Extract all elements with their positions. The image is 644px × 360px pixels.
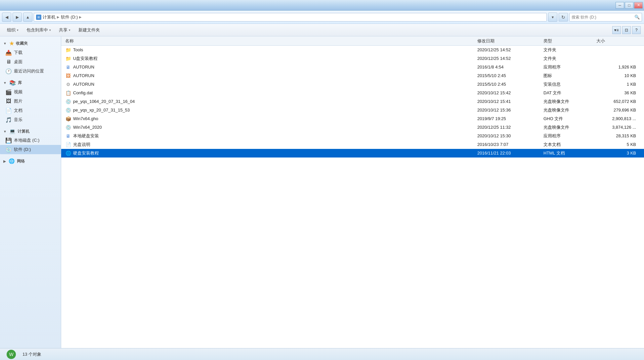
maximize-button[interactable]: □ [625,2,633,9]
network-arrow: ▶ [3,159,6,163]
file-type-icon: 📄 [65,142,71,148]
preview-button[interactable]: ⊡ [622,26,631,34]
sidebar-item-documents[interactable]: 📄 文档 [0,106,61,115]
status-count: 13 个对象 [22,351,41,357]
col-name[interactable]: 名称 [64,38,476,44]
sidebar-item-downloads[interactable]: 📥 下载 [0,48,61,57]
recent-icon: 🕐 [5,68,12,74]
table-row[interactable]: 🖥 AUTORUN 2016/1/8 4:54 应用程序 1,926 KB [61,63,644,71]
sidebar-section-computer[interactable]: ▼ 💻 计算机 [0,127,61,136]
table-row[interactable]: 📄 光盘说明 2016/10/23 7:07 文本文档 5 KB [61,140,644,149]
sidebar-section-favorites[interactable]: ▼ ★ 收藏夹 [0,39,61,48]
search-icon[interactable]: 🔍 [634,15,640,20]
file-type: 光盘映像文件 [542,99,595,105]
table-row[interactable]: ⚙ AUTORUN 2015/5/10 2:45 安装信息 1 KB [61,80,644,89]
file-size: 3,874,126 ... [595,125,641,130]
file-type: 应用程序 [542,133,595,139]
sidebar-item-recent[interactable]: 🕐 最近访问的位置 [0,67,61,76]
file-modified: 2020/12/25 14:52 [476,56,542,61]
file-type: 光盘映像文件 [542,107,595,113]
sidebar: ▼ ★ 收藏夹 📥 下载 🖥 桌面 🕐 最近访问的位置 ▼ 📚 库 🎬 视频 [0,36,61,348]
breadcrumb-arrow-1: ▶ [57,15,60,19]
table-row[interactable]: 📁 Tools 2020/12/25 14:52 文件夹 [61,46,644,54]
network-label: 网络 [17,158,25,164]
refresh-button[interactable]: ↻ [559,13,568,22]
file-type-icon: 📁 [65,56,71,62]
window-controls: ─ □ ✕ [616,2,643,9]
desktop-icon: 🖥 [5,59,12,65]
table-row[interactable]: 💿 pe_yqs_1064_20_07_31_16_04 2020/10/12 … [61,97,644,106]
file-modified: 2020/10/12 15:30 [476,133,542,138]
table-row[interactable]: 📦 Win7x64.gho 2019/9/7 19:25 GHO 文件 2,90… [61,114,644,123]
archive-button[interactable]: 包含到库中 ▾ [23,25,55,35]
file-type-icon: 💿 [65,99,71,105]
view-options-button[interactable]: ▾≡ [612,26,621,34]
file-modified: 2016/10/23 7:07 [476,142,542,147]
table-row[interactable]: 🖼 AUTORUN 2015/5/10 2:45 图标 10 KB [61,71,644,80]
sidebar-section-network[interactable]: ▶ 🌐 网络 [0,157,61,165]
close-button[interactable]: ✕ [634,2,643,9]
file-modified: 2020/12/25 14:52 [476,47,542,52]
sidebar-item-music[interactable]: 🎵 音乐 [0,115,61,124]
toolbar: 组织 ▾ 包含到库中 ▾ 共享 ▾ 新建文件夹 ▾≡ ⊡ ? [0,24,644,36]
videos-icon: 🎬 [5,89,12,95]
address-bar: ◀ ▶ ▲ ⊞ 计算机 ▶ 软件 (D:) ▶ ▾ ↻ 🔍 [0,11,644,24]
search-input[interactable] [572,15,633,20]
sidebar-item-desktop[interactable]: 🖥 桌面 [0,57,61,67]
archive-arrow: ▾ [49,28,51,32]
file-name: Tools [73,47,83,52]
new-folder-button[interactable]: 新建文件夹 [75,25,104,35]
col-modified[interactable]: 修改日期 [476,38,542,44]
breadcrumb-computer[interactable]: 计算机 [43,14,56,20]
table-row[interactable]: 🖥 本地硬盘安装 2020/10/12 15:30 应用程序 28,315 KB [61,132,644,140]
file-name: 硬盘安装教程 [73,150,99,156]
file-type-icon: 📦 [65,116,71,122]
file-size: 28,315 KB [595,133,641,138]
breadcrumb-drive[interactable]: 软件 (D:) [61,14,78,20]
file-modified: 2016/1/8 4:54 [476,65,542,69]
main-layout: ▼ ★ 收藏夹 📥 下载 🖥 桌面 🕐 最近访问的位置 ▼ 📚 库 🎬 视频 [0,36,644,348]
desktop-label: 桌面 [14,59,22,65]
col-size[interactable]: 大小 [595,38,641,44]
sidebar-item-videos[interactable]: 🎬 视频 [0,87,61,97]
music-icon: 🎵 [5,116,12,123]
breadcrumb-arrow-2: ▶ [79,15,82,19]
table-row[interactable]: 💿 pe_yqs_xp_20_07_31_15_53 2020/10/12 15… [61,106,644,114]
table-row[interactable]: 🌐 硬盘安装教程 2016/11/21 22:03 HTML 文档 3 KB [61,149,644,158]
back-button[interactable]: ◀ [2,13,11,22]
file-type-icon: 📋 [65,90,71,96]
up-button[interactable]: ▲ [23,13,32,22]
sidebar-item-drive-d[interactable]: 💿 软件 (D:) [0,145,61,154]
file-modified: 2020/10/12 15:36 [476,108,542,112]
table-row[interactable]: 📋 Config.dat 2020/10/12 15:42 DAT 文件 36 … [61,89,644,97]
file-type: 安装信息 [542,81,595,87]
file-type: GHO 文件 [542,116,595,122]
table-row[interactable]: 💿 Win7x64_2020 2020/12/25 11:32 光盘映像文件 3… [61,123,644,132]
sidebar-item-drive-c[interactable]: 💾 本地磁盘 (C:) [0,136,61,145]
file-list-body: 📁 Tools 2020/12/25 14:52 文件夹 📁 U盘安装教程 20… [61,46,644,348]
forward-button[interactable]: ▶ [13,13,22,22]
help-button[interactable]: ? [632,26,641,34]
file-modified: 2020/10/12 15:42 [476,90,542,95]
col-type[interactable]: 类型 [542,38,595,44]
file-type-icon: 🖥 [65,64,71,70]
organize-arrow: ▾ [17,28,19,32]
search-bar[interactable]: 🔍 [569,13,642,22]
file-name-cell: 💿 pe_yqs_xp_20_07_31_15_53 [64,107,476,113]
downloads-label: 下载 [14,50,22,56]
share-arrow: ▾ [69,28,70,32]
documents-label: 文档 [14,108,22,113]
minimize-button[interactable]: ─ [616,2,624,9]
sidebar-item-pictures[interactable]: 🖼 图片 [0,97,61,106]
sidebar-section-library[interactable]: ▼ 📚 库 [0,78,61,87]
drive-d-icon: 💿 [5,146,12,153]
share-button[interactable]: 共享 ▾ [55,25,74,35]
dropdown-button[interactable]: ▾ [548,13,557,22]
file-type: HTML 文档 [542,150,595,156]
table-row[interactable]: 📁 U盘安装教程 2020/12/25 14:52 文件夹 [61,54,644,63]
organize-button[interactable]: 组织 ▾ [3,25,22,35]
file-name: Win7x64_2020 [73,125,102,130]
file-type: 应用程序 [542,64,595,70]
breadcrumb-bar[interactable]: ⊞ 计算机 ▶ 软件 (D:) ▶ [34,13,547,22]
file-type: 光盘映像文件 [542,124,595,130]
